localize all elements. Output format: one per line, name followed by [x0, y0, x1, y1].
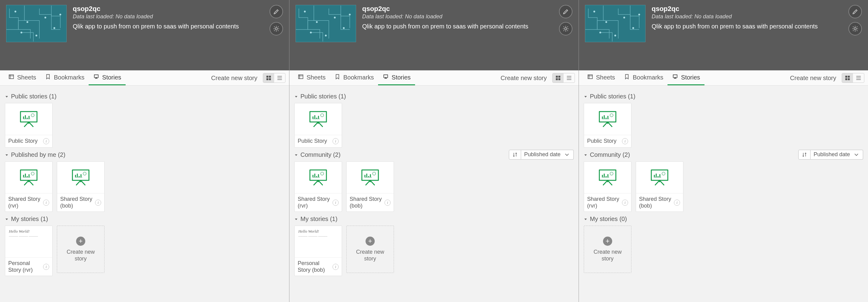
svg-point-3 [21, 31, 22, 33]
tab-stories[interactable]: Stories [668, 70, 704, 85]
story-card[interactable]: Shared Story (bob)i [57, 161, 104, 212]
sort-direction-button[interactable] [798, 150, 810, 159]
group-header[interactable]: My stories (0) [584, 212, 863, 225]
header-actions [559, 5, 572, 35]
story-card[interactable]: Shared Story (rvr)i [294, 161, 342, 212]
personal-thumb: Hello World!——— ——— ——— [5, 226, 52, 258]
app-thumbnail[interactable] [6, 5, 67, 42]
story-card[interactable]: Public Storyi [5, 103, 53, 148]
tab-sheets-label: Sheets [307, 74, 326, 81]
create-new-story-link[interactable]: Create new story [206, 70, 263, 85]
group-label: Community (2) [301, 151, 340, 158]
tab-stories[interactable]: Stories [89, 70, 125, 85]
grid-view-button[interactable] [842, 73, 853, 83]
tab-sheets[interactable]: Sheets [4, 70, 40, 85]
info-icon[interactable]: i [622, 200, 628, 206]
group-header[interactable]: Public stories (1) [584, 89, 863, 103]
story-card[interactable]: Public Storyi [584, 103, 631, 148]
info-icon[interactable]: i [43, 138, 49, 144]
app-panel: qsop2qcData last loaded: No data loadedQ… [0, 0, 289, 302]
sort-field-dropdown[interactable]: Published date [521, 150, 574, 159]
story-title: Public Story [298, 138, 331, 145]
story-thumbnail [347, 162, 394, 193]
story-title: Public Story [587, 138, 620, 145]
create-story-card[interactable]: +Create newstory [57, 225, 104, 273]
tab-bookmarks[interactable]: Bookmarks [40, 70, 89, 85]
tabset: SheetsBookmarksStories [583, 70, 705, 85]
create-new-story-link[interactable]: Create new story [495, 70, 552, 85]
tab-sheets-label: Sheets [17, 74, 36, 81]
group-header[interactable]: My stories (1) [5, 212, 284, 225]
grid-view-button[interactable] [553, 73, 564, 83]
group-header[interactable]: Public stories (1) [294, 89, 574, 103]
story-card[interactable]: Shared Story (rvr)i [5, 161, 53, 212]
tab-sheets[interactable]: Sheets [293, 70, 330, 85]
grid-view-button[interactable] [263, 73, 274, 83]
tab-stories-label: Stories [681, 74, 700, 81]
sheets-icon [298, 73, 304, 82]
story-card[interactable]: Shared Story (rvr)i [584, 161, 631, 212]
info-icon[interactable]: i [333, 138, 339, 144]
info-icon[interactable]: i [333, 264, 339, 270]
tab-stories[interactable]: Stories [378, 70, 415, 85]
svg-point-8 [31, 114, 34, 117]
list-view-button[interactable] [853, 73, 864, 83]
group-header[interactable]: Published by me (2) [5, 148, 284, 161]
edit-button[interactable] [559, 5, 572, 18]
tab-sheets[interactable]: Sheets [583, 70, 619, 85]
app-last-loaded: Data last loaded: No data loaded [652, 13, 842, 20]
tab-bookmarks[interactable]: Bookmarks [619, 70, 668, 85]
settings-button[interactable] [559, 22, 572, 35]
story-icon [93, 73, 100, 82]
create-inner: +Create newstory [593, 237, 622, 262]
story-title: Shared Story (rvr) [8, 196, 41, 209]
create-inner: +Create newstory [67, 237, 95, 262]
story-card[interactable]: Shared Story (bob)i [346, 161, 394, 212]
list-view-button[interactable] [274, 73, 285, 83]
story-card-footer: Personal Story (bob)i [294, 258, 342, 276]
story-card-footer: Public Storyi [584, 135, 631, 147]
story-card[interactable]: Hello World!——— ——— ———Personal Story (r… [5, 225, 53, 276]
list-view-button[interactable] [564, 73, 575, 83]
settings-button[interactable] [270, 22, 283, 35]
svg-point-18 [325, 34, 327, 36]
sort-direction-button[interactable] [509, 150, 521, 159]
story-thumbnail [294, 103, 342, 135]
story-card[interactable]: Public Storyi [294, 103, 342, 148]
app-thumbnail[interactable] [296, 5, 356, 42]
story-thumbnail [5, 103, 52, 135]
tab-sheets-label: Sheets [596, 74, 615, 81]
app-thumbnail[interactable] [585, 5, 646, 42]
group-header[interactable]: My stories (1) [294, 212, 574, 225]
group-header[interactable]: Community (2) [294, 148, 509, 161]
story-card[interactable]: Hello World!——— ——— ———Personal Story (b… [294, 225, 342, 276]
story-card-footer: Shared Story (rvr)i [584, 193, 631, 212]
group-label: Public stories (1) [590, 93, 636, 100]
info-icon[interactable]: i [43, 264, 49, 270]
group-header[interactable]: Public stories (1) [5, 89, 284, 103]
info-icon[interactable]: i [333, 200, 339, 206]
svg-point-28 [623, 17, 625, 18]
app-description: Qlik app to push from on prem to saas wi… [362, 23, 553, 30]
tab-bookmarks[interactable]: Bookmarks [330, 70, 378, 85]
group-header[interactable]: Community (2) [584, 148, 798, 161]
info-icon[interactable]: i [43, 200, 49, 206]
info-icon[interactable]: i [622, 138, 628, 144]
app-description: Qlik app to push from on prem to saas wi… [73, 23, 264, 30]
svg-point-16 [310, 31, 312, 33]
info-icon[interactable]: i [95, 200, 101, 206]
sort-field-dropdown[interactable]: Published date [810, 150, 863, 159]
info-icon[interactable]: i [384, 200, 391, 206]
svg-point-6 [59, 14, 61, 16]
edit-button[interactable] [270, 5, 283, 18]
story-card[interactable]: Shared Story (bob)i [636, 161, 683, 212]
edit-button[interactable] [848, 5, 862, 18]
settings-button[interactable] [848, 22, 862, 35]
create-new-story-link[interactable]: Create new story [784, 70, 842, 85]
info-icon[interactable]: i [674, 200, 680, 206]
create-story-card[interactable]: +Create newstory [584, 225, 631, 273]
create-story-card[interactable]: +Create newstory [346, 225, 394, 273]
collapse-icon [5, 215, 8, 222]
sheets-icon [587, 73, 593, 82]
sort-controls: Published date [509, 150, 574, 159]
